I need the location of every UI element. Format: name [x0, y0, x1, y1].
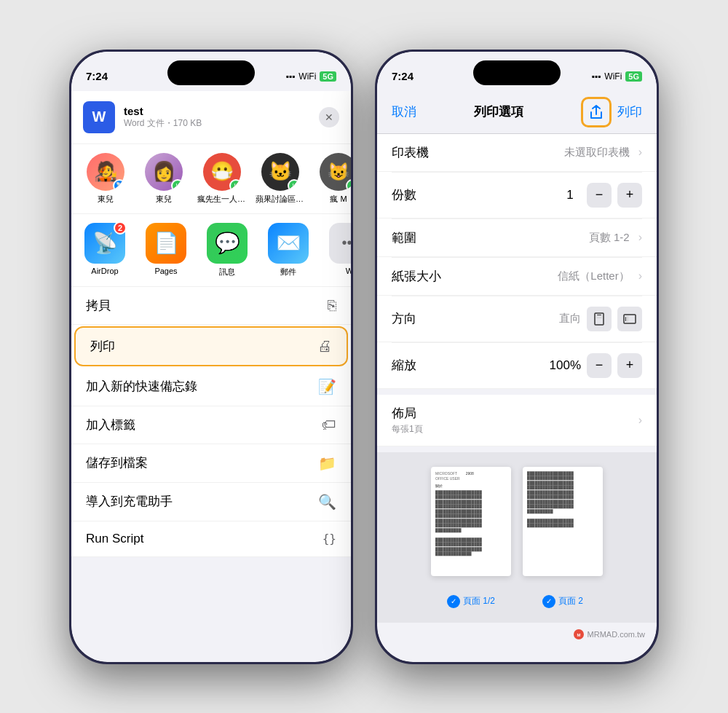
svg-rect-5	[625, 317, 626, 321]
action-list: 拷貝 ⎘ 列印 🖨 加入新的快速備忘錄 📝 加入標籤 🏷	[71, 287, 351, 557]
file-info: test Word 文件・170 KB	[124, 105, 310, 130]
print-button[interactable]: 列印	[617, 103, 642, 120]
left-status-bar: 7:24 ▪▪▪ WiFi 5G	[71, 52, 351, 91]
avatar-emoji-5: 😺	[328, 162, 349, 182]
messages-label: 訊息	[219, 267, 235, 277]
avatar-5: 😺 L	[320, 153, 351, 191]
right-wifi-icon: WiFi	[604, 71, 622, 82]
avatar-emoji-4: 🐱	[269, 160, 292, 183]
copy-icon: ⎘	[328, 297, 336, 314]
preview-area: MICROSOFTOFFICE USER 2908 關於 ███████████…	[377, 452, 657, 623]
paper-size-value: 信紙（Letter） ›	[558, 269, 642, 283]
right-battery-icon: 5G	[625, 71, 642, 82]
mail-app[interactable]: ✉️ 郵件	[264, 223, 313, 277]
paper-chevron: ›	[638, 269, 642, 283]
zoom-minus[interactable]: −	[587, 353, 612, 378]
action-charge[interactable]: 導入到充電助手 🔍	[71, 483, 351, 521]
close-button[interactable]: ✕	[319, 107, 339, 127]
signal-icon: ▪▪▪	[286, 71, 296, 82]
range-label: 範圍	[392, 229, 416, 246]
line-badge-4: L	[288, 179, 299, 191]
paper-size-row[interactable]: 紙張大小 信紙（Letter） ›	[377, 258, 657, 296]
dynamic-island-left	[167, 60, 255, 85]
action-save[interactable]: 儲存到檔案 📁	[71, 444, 351, 483]
range-chevron: ›	[638, 231, 642, 244]
page-1-preview[interactable]: MICROSOFTOFFICE USER 2908 關於 ███████████…	[431, 467, 511, 576]
file-name: test	[124, 105, 310, 117]
microsoft-logo: MICROSOFTOFFICE USER	[435, 471, 460, 481]
print-screen: 取消 列印選項 列印	[377, 91, 657, 662]
printer-selection: 未選取印表機	[564, 146, 630, 159]
action-tag[interactable]: 加入標籤 🏷	[71, 406, 351, 444]
folder-icon: 📁	[318, 454, 336, 472]
page-1-check-icon: ✓	[447, 595, 460, 608]
right-time: 7:24	[392, 70, 414, 82]
more-app[interactable]: ••• W	[325, 223, 351, 277]
orientation-value: 直向	[559, 312, 581, 326]
copies-plus[interactable]: +	[617, 183, 642, 208]
avatar-emoji-2: 👩	[152, 160, 175, 183]
zoom-label: 縮放	[392, 357, 416, 374]
mail-icon-symbol: ✉️	[276, 231, 301, 255]
doc-title-text: 關於	[435, 484, 507, 489]
share-icon	[590, 105, 603, 119]
action-script[interactable]: Run Script {}	[71, 521, 351, 557]
messages-app[interactable]: 💬 訊息	[202, 223, 252, 277]
printer-row[interactable]: 印表機 未選取印表機 ›	[377, 134, 657, 172]
zoom-row: 縮放 100% − +	[377, 343, 657, 389]
orientation-controls: 直向	[559, 307, 642, 331]
person-item: 🧑‍🎤 📡 東兒	[80, 153, 131, 205]
landscape-button[interactable]	[617, 307, 642, 331]
printer-value: 未選取印表機 ›	[564, 146, 642, 159]
layout-chevron: ›	[638, 414, 642, 427]
layout-row[interactable]: 佈局 每張1頁 ›	[377, 395, 657, 446]
file-icon: W	[83, 101, 115, 133]
pages-app[interactable]: 📄 Pages	[141, 223, 191, 277]
page-2-lines: ██████████████████ ██████████████████ ██…	[527, 471, 598, 528]
memo-icon: 📝	[318, 378, 336, 395]
print-nav: 取消 列印選項 列印	[377, 91, 657, 134]
copies-minus[interactable]: −	[587, 183, 612, 208]
range-row[interactable]: 範圍 頁數 1-2 ›	[377, 219, 657, 257]
mrmad-logo: M	[573, 629, 585, 640]
action-print-label: 列印	[90, 338, 115, 355]
file-icon-letter: W	[92, 109, 106, 125]
action-charge-label: 導入到充電助手	[86, 493, 173, 510]
pages-label: Pages	[154, 267, 177, 275]
left-phone: 7:24 ▪▪▪ WiFi 5G ☰ test ∨ 完成	[69, 50, 353, 664]
share-button-highlighted[interactable]	[581, 97, 612, 127]
watermark: M MRMAD.com.tw	[377, 623, 657, 646]
cancel-button[interactable]: 取消	[392, 103, 416, 120]
print-options-scroll[interactable]: 印表機 未選取印表機 › 份數 1	[377, 134, 657, 662]
person-item-5: 😺 L 瘋 M	[313, 153, 351, 205]
file-row: W test Word 文件・170 KB ✕	[71, 91, 351, 144]
watermark-text: MRMAD.com.tw	[587, 630, 645, 639]
print-nav-right: 列印	[581, 97, 642, 127]
action-copy-label: 拷貝	[86, 297, 111, 314]
page-1-label: 頁面 1/2	[463, 595, 495, 607]
action-copy[interactable]: 拷貝 ⎘	[71, 287, 351, 325]
page-1-content: MICROSOFTOFFICE USER 2908 關於 ███████████…	[431, 467, 511, 561]
person-item-4: 🐱 L 蘋果討論區－iPhone 瘋先生	[255, 153, 306, 205]
page-2-check-icon: ✓	[542, 595, 555, 608]
action-print[interactable]: 列印 🖨	[74, 326, 348, 366]
layout-sublabel: 每張1頁	[392, 423, 423, 436]
page-2-preview[interactable]: ██████████████████ ██████████████████ ██…	[523, 467, 603, 576]
airdrop-badge: 📡	[113, 179, 124, 191]
left-status-icons: ▪▪▪ WiFi 5G	[286, 71, 336, 82]
copies-label: 份數	[392, 186, 416, 203]
svg-rect-1	[597, 315, 601, 315]
page-1-wrapper: MICROSOFTOFFICE USER 2908 關於 ███████████…	[431, 467, 511, 608]
zoom-plus[interactable]: +	[617, 353, 642, 378]
pages-app-icon: 📄	[146, 223, 186, 264]
avatar-emoji: 🧑‍🎤	[94, 160, 117, 183]
airdrop-app[interactable]: 📡 2 AirDrop	[80, 223, 130, 277]
layout-label: 佈局	[392, 405, 423, 422]
copies-row: 份數 1 − +	[377, 173, 657, 218]
action-memo[interactable]: 加入新的快速備忘錄 📝	[71, 368, 351, 406]
page-1-check-row: ✓ 頁面 1/2	[447, 595, 495, 608]
wifi-icon: WiFi	[298, 71, 316, 82]
portrait-button[interactable]	[587, 307, 612, 331]
doc-body-lines: ██████████████████ ██████████████████ ██…	[435, 490, 507, 556]
pages-icon-symbol: 📄	[154, 231, 179, 255]
